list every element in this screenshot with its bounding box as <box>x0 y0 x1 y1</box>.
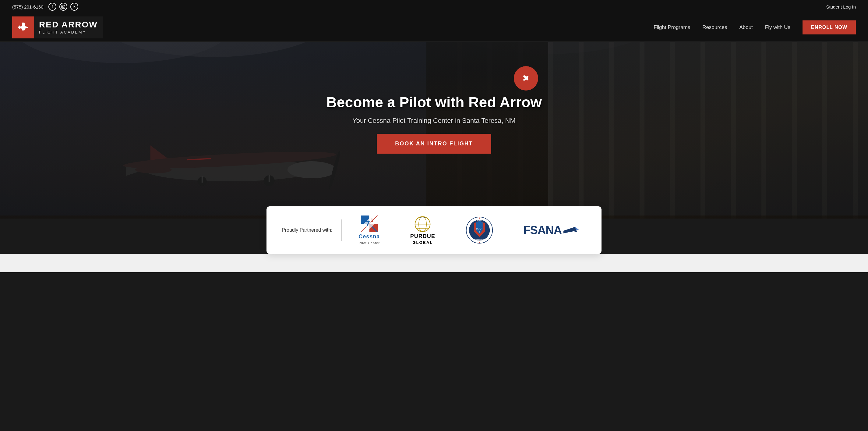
linkedin-icon[interactable] <box>70 3 78 11</box>
cessna-logo: 7 1 Cessna Pilot Center <box>359 216 380 245</box>
nav-about[interactable]: About <box>739 24 752 30</box>
nav-fly-with-us[interactable]: Fly with Us <box>765 24 790 30</box>
svg-text:OF FLIGHT INSTRUCTORS: OF FLIGHT INSTRUCTORS <box>470 239 489 241</box>
logo-text-box: RED ARROW FLIGHT ACADEMY <box>34 17 103 38</box>
fsana-wing-icon <box>563 226 579 235</box>
svg-text:7: 7 <box>366 220 370 228</box>
logo-icon-box <box>12 17 34 38</box>
svg-rect-27 <box>853 42 858 219</box>
svg-rect-22 <box>701 42 705 219</box>
svg-rect-19 <box>609 42 614 219</box>
enroll-button[interactable]: ENROLL NOW <box>803 21 856 34</box>
top-bar-left: (575) 201-6160 f <box>12 3 78 11</box>
hero-subtitle: Your Cessna Pilot Training Center in San… <box>352 117 516 125</box>
nav-resources[interactable]: Resources <box>702 24 727 30</box>
logo[interactable]: RED ARROW FLIGHT ACADEMY <box>12 17 103 38</box>
svg-rect-17 <box>548 42 553 219</box>
svg-marker-5 <box>22 23 26 27</box>
svg-rect-18 <box>579 42 584 219</box>
fsana-logo: FSANA <box>523 224 579 237</box>
svg-text:1: 1 <box>371 218 373 223</box>
svg-rect-21 <box>670 42 675 219</box>
svg-point-2 <box>64 5 64 6</box>
cessna-text: Cessna <box>359 233 380 240</box>
fsana-text: FSANA <box>523 224 562 237</box>
purdue-text: PURDUE <box>410 233 435 239</box>
svg-point-1 <box>62 6 64 7</box>
svg-text:NAF: NAF <box>476 227 482 230</box>
svg-rect-26 <box>822 42 827 219</box>
purdue-globe-icon <box>414 216 431 233</box>
hero-content: Become a Pilot with Red Arrow Your Cessn… <box>326 94 542 154</box>
hangar-logo-icon <box>518 71 534 86</box>
purdue-subtext: GLOBAL <box>412 240 433 245</box>
purdue-logo: PURDUE GLOBAL <box>410 216 435 245</box>
partners-logos: 7 1 Cessna Pilot Center PURDUE GLOBAL <box>351 216 586 245</box>
phone-number: (575) 201-6160 <box>12 4 43 9</box>
svg-marker-70 <box>563 227 579 233</box>
top-bar: (575) 201-6160 f Student Log In <box>0 0 868 13</box>
nafi-logo: NAF I OF FLIGHT INSTRUCTORS NATIONAL ASS… <box>466 217 493 244</box>
navbar: RED ARROW FLIGHT ACADEMY Flight Programs… <box>0 13 868 42</box>
hero-section: Become a Pilot with Red Arrow Your Cessn… <box>0 42 868 219</box>
logo-title: RED ARROW <box>39 21 98 29</box>
partners-bar: Proudly Partnered with: 7 1 <box>267 206 601 254</box>
social-icons: f <box>49 3 78 11</box>
svg-rect-23 <box>731 42 736 219</box>
svg-rect-0 <box>62 5 65 8</box>
svg-marker-6 <box>18 25 20 27</box>
svg-point-32 <box>287 161 336 178</box>
svg-point-67 <box>479 242 480 243</box>
nav-flight-programs[interactable]: Flight Programs <box>654 24 690 30</box>
logo-subtitle: FLIGHT ACADEMY <box>39 30 98 34</box>
svg-rect-20 <box>640 42 645 219</box>
svg-rect-24 <box>762 42 766 219</box>
svg-text:NATIONAL ASSOCIATION: NATIONAL ASSOCIATION <box>470 220 489 221</box>
partners-divider <box>341 220 342 241</box>
instagram-icon[interactable] <box>59 3 67 11</box>
cessna-subtext: Pilot Center <box>359 241 379 245</box>
nav-links: Flight Programs Resources About Fly with… <box>654 21 856 34</box>
svg-rect-25 <box>792 42 797 219</box>
page-bottom <box>0 254 868 272</box>
airplane-logo-icon <box>16 20 31 35</box>
book-intro-flight-button[interactable]: BOOK AN INTRO FLIGHT <box>377 134 491 154</box>
partners-label: Proudly Partnered with: <box>282 227 332 233</box>
cessna-emblem-icon: 7 1 <box>361 216 378 232</box>
hangar-logo <box>514 66 538 90</box>
hero-title: Become a Pilot with Red Arrow <box>326 94 542 111</box>
svg-point-66 <box>479 218 480 219</box>
facebook-icon[interactable]: f <box>49 3 56 11</box>
svg-marker-7 <box>18 28 20 29</box>
student-login-link[interactable]: Student Log In <box>826 4 856 9</box>
svg-text:I: I <box>479 230 480 233</box>
